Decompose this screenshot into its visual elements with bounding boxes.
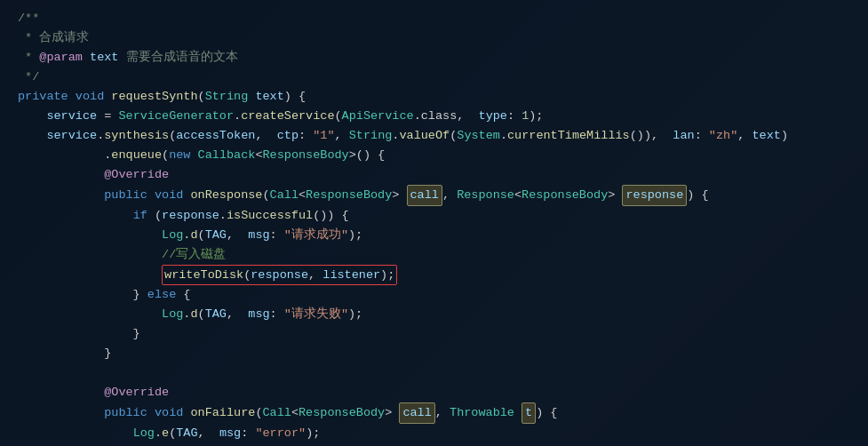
code-line: Log.d(TAG, msg: "请求成功"); bbox=[0, 226, 868, 245]
code-text: "请求成功" bbox=[284, 226, 348, 245]
code-text: ); bbox=[529, 107, 543, 126]
code-text: e bbox=[162, 424, 169, 443]
code-text: ( bbox=[255, 403, 262, 423]
code-text bbox=[183, 403, 190, 423]
code-text: call bbox=[407, 185, 442, 206]
code-text: text bbox=[255, 87, 283, 107]
code-text: , bbox=[335, 126, 349, 146]
code-text: public bbox=[104, 186, 147, 205]
code-text: String bbox=[205, 87, 249, 107]
code-text: : bbox=[695, 126, 709, 146]
code-line: * @param text 需要合成语音的文本 bbox=[0, 48, 868, 68]
code-text: ) { bbox=[536, 403, 557, 423]
code-text: else bbox=[147, 285, 176, 305]
code-line: Log.e(TAG, msg: "error"); bbox=[0, 424, 868, 443]
code-text: , bbox=[442, 186, 457, 205]
code-text: < bbox=[291, 403, 299, 423]
code-text: void bbox=[155, 186, 183, 205]
code-text: ); bbox=[380, 268, 394, 282]
code-text: void bbox=[155, 403, 183, 423]
code-text: isSuccessful bbox=[227, 206, 313, 226]
code-text: TAG bbox=[205, 305, 227, 324]
code-text: Log bbox=[162, 305, 183, 324]
code-text: , bbox=[308, 268, 323, 282]
code-text bbox=[18, 126, 46, 146]
code-text: type bbox=[479, 107, 507, 126]
code-line: } bbox=[0, 344, 868, 363]
code-text: Throwable bbox=[450, 403, 514, 423]
code-text: service bbox=[46, 107, 97, 126]
code-text: @Override bbox=[104, 383, 169, 402]
code-line: service.synthesis(accessToken, ctp: "1",… bbox=[0, 126, 868, 146]
code-line: //写入磁盘 bbox=[0, 245, 868, 265]
code-text: ); bbox=[348, 305, 362, 324]
code-text: currentTimeMillis bbox=[507, 126, 630, 146]
code-text bbox=[18, 403, 104, 423]
code-text: ( bbox=[198, 87, 205, 107]
code-text: ( bbox=[335, 107, 342, 126]
code-panel: /** * 合成请求 * @param text 需要合成语音的文本 */ pr… bbox=[0, 0, 868, 446]
code-text: listener bbox=[323, 268, 380, 282]
code-text: , bbox=[435, 403, 450, 423]
code-line: /** bbox=[0, 9, 868, 28]
code-text: response bbox=[251, 268, 308, 282]
code-text: t bbox=[522, 402, 536, 424]
code-text: ApiService bbox=[342, 107, 414, 126]
code-text: , bbox=[227, 226, 248, 245]
code-text bbox=[18, 107, 46, 126]
code-text: ResponseBody bbox=[299, 403, 385, 423]
code-line bbox=[0, 363, 868, 383]
code-text: . bbox=[97, 126, 104, 146]
code-text bbox=[18, 165, 104, 185]
code-text: "error" bbox=[255, 424, 306, 443]
code-text: String bbox=[349, 126, 393, 146]
code-text: . bbox=[219, 206, 227, 226]
code-text: d bbox=[190, 305, 197, 324]
code-text: System bbox=[457, 126, 500, 146]
code-text bbox=[147, 403, 155, 423]
code-text: ) bbox=[781, 126, 788, 146]
code-text: valueOf bbox=[399, 126, 450, 146]
code-line: @Override bbox=[0, 165, 868, 185]
code-text: createService bbox=[241, 107, 334, 126]
code-text: * 合成请求 bbox=[18, 28, 89, 48]
code-line: } else { bbox=[0, 285, 868, 305]
code-text bbox=[68, 87, 76, 107]
code-text bbox=[18, 363, 25, 383]
code-text: ( bbox=[147, 206, 162, 226]
code-text bbox=[18, 226, 162, 245]
code-text: @Override bbox=[104, 165, 169, 185]
code-text: : bbox=[241, 424, 255, 443]
code-text: @param bbox=[39, 48, 83, 68]
code-text: msg bbox=[219, 424, 241, 443]
code-text: response bbox=[162, 206, 219, 226]
code-line: * 合成请求 bbox=[0, 28, 868, 48]
code-text bbox=[18, 305, 162, 324]
code-text: void bbox=[76, 87, 104, 107]
code-text: } bbox=[18, 344, 111, 363]
code-text: = bbox=[97, 107, 118, 126]
code-text bbox=[104, 87, 111, 107]
code-text: < bbox=[299, 186, 306, 205]
code-text: ( bbox=[262, 186, 269, 205]
code-text: enqueue bbox=[111, 146, 162, 165]
code-text: . bbox=[234, 107, 241, 126]
code-text bbox=[248, 87, 255, 107]
code-text: . bbox=[500, 126, 507, 146]
code-text: text bbox=[90, 48, 118, 68]
code-text: call bbox=[399, 402, 434, 424]
code-text: < bbox=[255, 146, 262, 165]
code-text: //写入磁盘 bbox=[162, 245, 226, 265]
code-text bbox=[190, 146, 197, 165]
code-line: public void onFailure(Call<ResponseBody>… bbox=[0, 402, 868, 424]
code-text: msg bbox=[248, 226, 269, 245]
code-text: Callback bbox=[198, 146, 256, 165]
code-text: onFailure bbox=[190, 403, 255, 423]
code-text: ); bbox=[306, 424, 320, 443]
code-text: TAG bbox=[205, 226, 227, 245]
code-text: text bbox=[752, 126, 780, 146]
code-text: ResponseBody bbox=[522, 186, 608, 205]
code-text bbox=[18, 266, 162, 285]
code-text: writeToDisk bbox=[164, 268, 243, 282]
code-line: public void onResponse(Call<ResponseBody… bbox=[0, 185, 868, 206]
